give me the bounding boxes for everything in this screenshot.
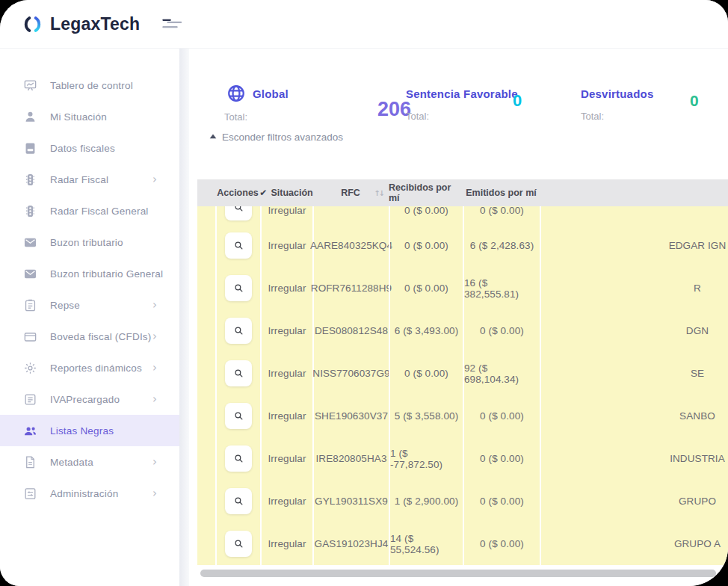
users-icon [23, 424, 37, 438]
main-content: Global Total: 206 Sentencia Favorable To… [189, 49, 728, 586]
chevron-right-icon: › [152, 174, 157, 185]
magnifier-icon [233, 206, 244, 213]
cell-emi: 16 ($ 382,555.81) [463, 267, 540, 309]
gear-icon [23, 361, 37, 375]
magnifier-icon [233, 325, 244, 336]
sidebar-item-listas-negras[interactable]: Listas Negras [0, 415, 179, 446]
sidebar-item-label: Metadata [50, 457, 93, 468]
cell-sit: Irregular [260, 522, 312, 565]
column-header-spacer [197, 179, 215, 206]
table-row: IrregularIRE820805HA31 ($ -77,872.50)0 (… [197, 437, 728, 480]
table-row-partial: Irregular0 ($ 0.00)0 ($ 0.00) [197, 206, 728, 224]
magnifier-icon [233, 496, 244, 507]
filters-toggle-label: Esconder filtros avanzados [222, 132, 343, 143]
inspect-button[interactable] [225, 275, 252, 301]
brand-name: LegaxTech [50, 14, 140, 34]
cell-emi: 0 ($ 0.00) [463, 309, 540, 352]
table-header-row: Acciones ✔Situación RFC↑↓ Recibidos por … [197, 179, 728, 206]
cell-rfc: IRE820805HA3 [312, 437, 389, 480]
magnifier-icon [233, 368, 244, 379]
cell-act [215, 480, 260, 522]
sidebar-item-repse[interactable]: Repse› [0, 289, 179, 321]
sidebar-item-datos-fiscales[interactable]: Datos fiscales [0, 132, 179, 164]
sidebar-item-radar-fiscal-general[interactable]: Radar Fiscal General [0, 195, 179, 226]
app-window: LegaxTech Tablero de controlMi Situación… [0, 0, 728, 586]
cell-rec: 14 ($ 55,524.56) [389, 522, 463, 565]
cell-rfc: DES080812S48 [312, 309, 389, 352]
sidebar-item-reportes-dinamicos[interactable]: Reportes dinámicos› [0, 352, 179, 383]
traffic-light-icon [23, 173, 37, 187]
box-icon [23, 330, 37, 344]
inspect-button[interactable] [225, 403, 252, 429]
sidebar-item-label: Mi Situación [50, 111, 107, 123]
cell-sit: Irregular [260, 395, 312, 437]
sidebar-item-label: Boveda fiscal (CFDIs) [50, 331, 151, 342]
cell-rec: 0 ($ 0.00) [389, 267, 463, 309]
table-row: IrregularDES080812S486 ($ 3,493.00)0 ($ … [197, 309, 728, 352]
column-header-situacion[interactable]: ✔Situación [260, 179, 312, 206]
magnifier-icon [233, 410, 244, 422]
filters-toggle[interactable]: Esconder filtros avanzados [209, 132, 343, 143]
blacklist-table: Acciones ✔Situación RFC↑↓ Recibidos por … [197, 179, 728, 565]
stat-desvirtuados-label: Desvirtuados [581, 87, 653, 100]
sidebar-item-label: IVAPrecargado [50, 394, 120, 405]
stat-sentencia-value: 0 [513, 91, 522, 111]
inspect-button[interactable] [225, 318, 252, 344]
cell-nom: EDGAR IGN [540, 224, 728, 267]
sidebar-item-ivaprecargado[interactable]: IVAPrecargado› [0, 383, 179, 415]
inspect-button[interactable] [225, 488, 252, 514]
cell-nom: GRUPO [540, 480, 728, 522]
inspect-button[interactable] [225, 206, 252, 220]
user-icon [23, 110, 37, 124]
inspect-button[interactable] [225, 531, 252, 557]
cell-act [215, 522, 260, 565]
cell-sit: Irregular [260, 309, 312, 352]
cell-emi: 92 ($ 698,104.34) [463, 352, 540, 395]
cell-sit: Irregular [260, 480, 312, 522]
list-icon [23, 392, 37, 407]
table-row: IrregularGYL190311SX91 ($ 2,900.00)0 ($ … [197, 480, 728, 522]
stat-desvirtuados-value: 0 [690, 92, 699, 110]
sidebar-item-label: Radar Fiscal General [50, 206, 149, 217]
cell-act [215, 395, 260, 437]
cell-emi: 0 ($ 0.00) [463, 206, 540, 224]
cell-sit: Irregular [260, 352, 312, 395]
cell-spacer [197, 522, 215, 565]
table-row: IrregularSHE190630V375 ($ 3,558.00)0 ($ … [197, 395, 728, 437]
horizontal-scrollbar[interactable] [200, 570, 716, 577]
cell-rfc: NISS7706037G9 [312, 352, 389, 395]
cell-emi: 0 ($ 0.00) [463, 437, 540, 480]
sidebar-item-tablero-de-control[interactable]: Tablero de control [0, 70, 179, 101]
inspect-button[interactable] [225, 360, 252, 386]
menu-toggle-icon[interactable] [159, 15, 186, 33]
sidebar-divider [179, 49, 189, 586]
cell-act [215, 437, 260, 480]
sidebar-item-metadata[interactable]: Metadata› [0, 446, 179, 478]
magnifier-icon [233, 453, 244, 464]
check-icon: ✔ [259, 188, 267, 197]
sort-icon[interactable]: ↑↓ [374, 189, 383, 197]
chevron-right-icon: › [152, 300, 157, 311]
sidebar-item-radar-fiscal[interactable]: Radar Fiscal› [0, 164, 179, 195]
cell-nom: SANBO [540, 395, 728, 437]
sidebar-item-boveda-fiscal-cfdis[interactable]: Boveda fiscal (CFDIs)› [0, 321, 179, 352]
sidebar: Tablero de controlMi SituaciónDatos fisc… [0, 49, 179, 586]
cell-spacer [197, 309, 215, 352]
column-header-rfc[interactable]: RFC↑↓ [312, 179, 389, 206]
inspect-button[interactable] [225, 445, 252, 472]
sidebar-item-buzon-tributario[interactable]: Buzon tributario [0, 226, 179, 258]
cell-rfc: GAS191023HJ4 [312, 522, 389, 565]
column-header-acciones: Acciones [215, 179, 260, 206]
sidebar-item-administracion[interactable]: Administración› [0, 478, 179, 509]
cell-emi: 0 ($ 0.00) [463, 395, 540, 437]
cell-rfc: SHE190630V37 [312, 395, 389, 437]
inspect-button[interactable] [225, 232, 252, 259]
sidebar-item-label: Repse [50, 300, 80, 311]
cell-spacer [197, 206, 215, 224]
column-header-nombre [540, 179, 728, 206]
chevron-right-icon: › [152, 331, 157, 342]
cell-nom: GRUPO A [540, 522, 728, 565]
sidebar-item-label: Administración [50, 488, 118, 499]
sidebar-item-mi-situacion[interactable]: Mi Situación [0, 101, 179, 132]
sidebar-item-buzon-tributario-general[interactable]: Buzon tributario General [0, 258, 179, 289]
